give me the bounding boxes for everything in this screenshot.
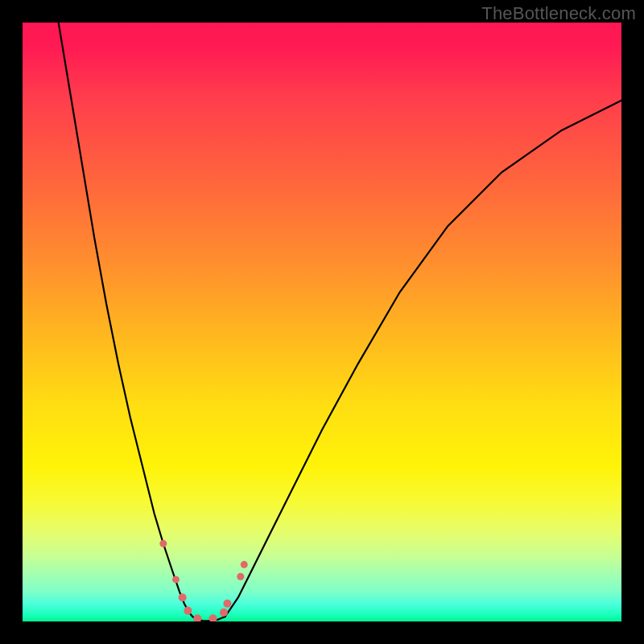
watermark-text: TheBottleneck.com <box>481 3 636 24</box>
data-marker <box>159 540 167 547</box>
data-marker <box>237 573 244 580</box>
data-marker <box>209 614 217 621</box>
data-marker <box>241 561 248 568</box>
curve-overlay <box>23 23 621 621</box>
data-marker <box>193 614 201 621</box>
descending-curve <box>59 23 225 621</box>
chart-frame: TheBottleneck.com <box>0 0 644 644</box>
data-markers <box>159 540 247 621</box>
data-marker <box>220 609 228 617</box>
data-marker <box>172 576 180 583</box>
data-marker <box>223 600 231 608</box>
plot-area <box>23 23 621 621</box>
data-marker <box>184 607 192 615</box>
ascending-curve <box>225 101 621 617</box>
data-marker <box>179 593 187 601</box>
